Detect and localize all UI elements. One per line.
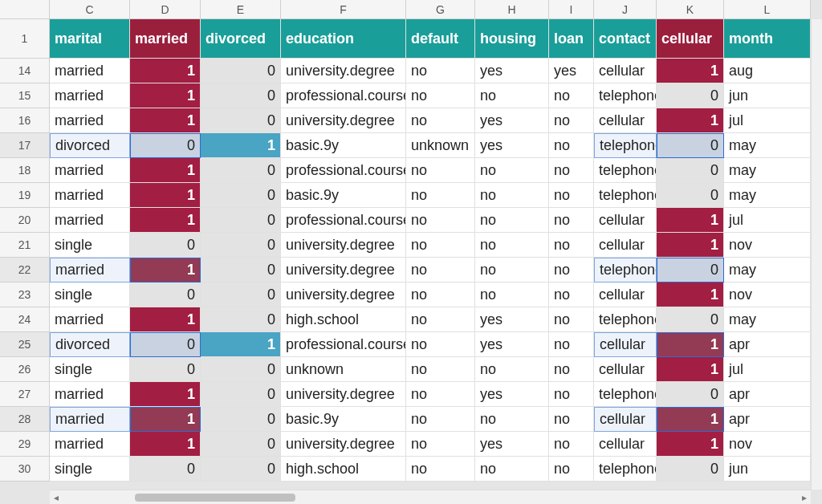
cell-contact[interactable]: telephone (594, 258, 657, 282)
cell-education[interactable]: university.degree (281, 59, 406, 83)
cell-education[interactable]: basic.9y (281, 407, 406, 432)
cell-marital[interactable]: married (50, 307, 130, 332)
cell-month[interactable]: apr (724, 382, 811, 407)
cell-contact[interactable]: cellular (594, 108, 657, 133)
cell-married[interactable]: 1 (130, 258, 201, 282)
cell-month[interactable]: jul (724, 357, 811, 382)
cell-loan[interactable]: no (549, 108, 594, 133)
cell-loan[interactable]: no (549, 133, 594, 158)
cell-month[interactable]: jul (724, 208, 811, 233)
cell-divorced[interactable]: 0 (201, 183, 281, 208)
scroll-left-icon[interactable]: ◂ (50, 492, 63, 503)
cell-housing[interactable]: yes (475, 108, 549, 133)
cell-default[interactable]: no (406, 357, 475, 382)
row-head-24[interactable]: 24 (0, 307, 50, 332)
cell-contact[interactable]: cellular (594, 59, 657, 83)
cell-default[interactable]: no (406, 158, 475, 183)
cell-housing[interactable]: yes (475, 332, 549, 357)
cell-loan[interactable]: no (549, 83, 594, 108)
cell-month[interactable]: nov (724, 233, 811, 258)
cell-education[interactable]: professional.course (281, 208, 406, 233)
row-head-30[interactable]: 30 (0, 457, 50, 482)
row-head-16[interactable]: 16 (0, 108, 50, 133)
cell-cellular[interactable]: 1 (657, 357, 724, 382)
header-cell-default[interactable]: default (406, 19, 475, 59)
cell-month[interactable]: jul (724, 108, 811, 133)
header-cell-loan[interactable]: loan (549, 19, 594, 59)
cell-month[interactable]: may (724, 158, 811, 183)
row-head-15[interactable]: 15 (0, 83, 50, 108)
cell-default[interactable]: no (406, 332, 475, 357)
cell-married[interactable]: 1 (130, 407, 201, 432)
row-head-27[interactable]: 27 (0, 382, 50, 407)
cell-marital[interactable]: divorced (50, 332, 130, 357)
cell-education[interactable]: basic.9y (281, 133, 406, 158)
cell-divorced[interactable]: 0 (201, 357, 281, 382)
cell-default[interactable]: unknown (406, 133, 475, 158)
cell-marital[interactable]: divorced (50, 133, 130, 158)
cell-housing[interactable]: no (475, 457, 549, 482)
cell-married[interactable]: 0 (130, 332, 201, 357)
cell-loan[interactable]: no (549, 357, 594, 382)
cell-housing[interactable]: no (475, 357, 549, 382)
cell-housing[interactable]: no (475, 233, 549, 258)
cell-divorced[interactable]: 0 (201, 158, 281, 183)
row-head-20[interactable]: 20 (0, 208, 50, 233)
cell-loan[interactable]: no (549, 382, 594, 407)
cell-loan[interactable]: no (549, 282, 594, 307)
cell-education[interactable]: professional.course (281, 83, 406, 108)
header-cell-divorced[interactable]: divorced (201, 19, 281, 59)
cell-contact[interactable]: telephone (594, 457, 657, 482)
cell-loan[interactable]: no (549, 332, 594, 357)
cell-housing[interactable]: yes (475, 432, 549, 457)
cell-married[interactable]: 1 (130, 432, 201, 457)
select-all-corner[interactable] (0, 0, 50, 19)
cell-marital[interactable]: single (50, 282, 130, 307)
cell-education[interactable]: high.school (281, 457, 406, 482)
header-cell-education[interactable]: education (281, 19, 406, 59)
cell-education[interactable]: university.degree (281, 432, 406, 457)
cell-contact[interactable]: telephone (594, 307, 657, 332)
cell-month[interactable]: may (724, 258, 811, 282)
row-head-26[interactable]: 26 (0, 357, 50, 382)
cell-housing[interactable]: yes (475, 307, 549, 332)
cell-divorced[interactable]: 0 (201, 457, 281, 482)
cell-education[interactable]: university.degree (281, 258, 406, 282)
cell-divorced[interactable]: 0 (201, 382, 281, 407)
cell-cellular[interactable]: 0 (657, 133, 724, 158)
col-head-G[interactable]: G (406, 0, 475, 19)
col-head-K[interactable]: K (657, 0, 724, 19)
col-head-L[interactable]: L (724, 0, 811, 19)
cell-cellular[interactable]: 0 (657, 158, 724, 183)
cell-cellular[interactable]: 1 (657, 108, 724, 133)
cell-education[interactable]: university.degree (281, 282, 406, 307)
cell-loan[interactable]: no (549, 407, 594, 432)
cell-loan[interactable]: no (549, 457, 594, 482)
cell-contact[interactable]: cellular (594, 357, 657, 382)
cell-married[interactable]: 1 (130, 183, 201, 208)
cell-loan[interactable]: no (549, 258, 594, 282)
cell-married[interactable]: 1 (130, 382, 201, 407)
cell-contact[interactable]: cellular (594, 432, 657, 457)
cell-default[interactable]: no (406, 59, 475, 83)
row-head-1[interactable]: 1 (0, 19, 50, 59)
cell-loan[interactable]: no (549, 183, 594, 208)
cell-housing[interactable]: yes (475, 382, 549, 407)
row-head-25[interactable]: 25 (0, 332, 50, 357)
row-head-19[interactable]: 19 (0, 183, 50, 208)
cell-married[interactable]: 1 (130, 83, 201, 108)
cell-default[interactable]: no (406, 382, 475, 407)
cell-marital[interactable]: married (50, 407, 130, 432)
cell-month[interactable]: jun (724, 457, 811, 482)
cell-marital[interactable]: married (50, 158, 130, 183)
cell-cellular[interactable]: 1 (657, 282, 724, 307)
cell-loan[interactable]: no (549, 432, 594, 457)
cell-month[interactable]: nov (724, 282, 811, 307)
cell-loan[interactable]: yes (549, 59, 594, 83)
row-head-17[interactable]: 17 (0, 133, 50, 158)
cell-month[interactable]: nov (724, 432, 811, 457)
horizontal-scrollbar[interactable]: ◂ ▸ (50, 490, 811, 504)
cell-education[interactable]: professional.course (281, 158, 406, 183)
cell-marital[interactable]: married (50, 208, 130, 233)
cell-divorced[interactable]: 1 (201, 133, 281, 158)
